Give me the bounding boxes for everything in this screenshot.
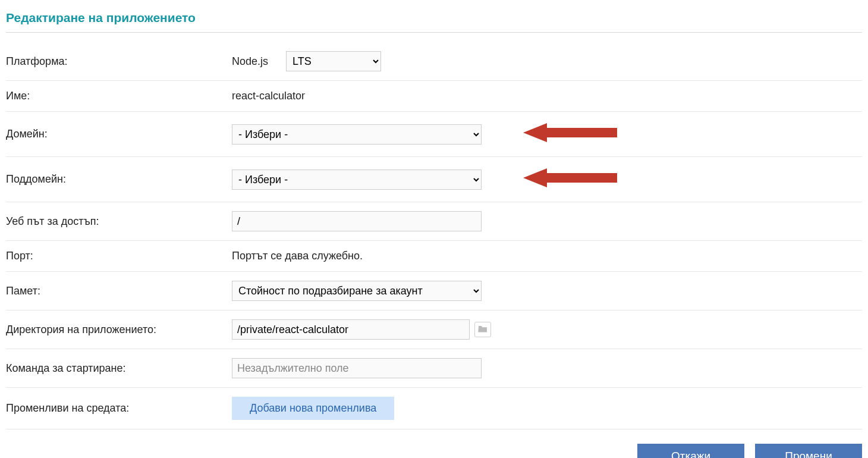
footer-actions: Откажи Промени [6,444,862,458]
page-title: Редактиране на приложението [6,6,862,33]
row-startcmd: Команда за стартиране: [6,349,862,388]
browse-folder-button[interactable] [474,322,491,337]
subdomain-select[interactable]: - Избери - [232,170,482,190]
platform-version-select[interactable]: LTS [286,51,381,71]
svg-marker-1 [523,168,617,187]
row-domain: Домейн: - Избери - [6,112,862,157]
memory-select[interactable]: Стойност по подразбиране за акаунт [232,281,482,301]
label-platform: Платформа: [6,55,232,68]
label-appdir: Директория на приложението: [6,324,232,336]
row-webpath: Уеб път за достъп: [6,202,862,241]
domain-select[interactable]: - Избери - [232,124,482,145]
row-subdomain: Поддомейн: - Избери - [6,157,862,202]
label-memory: Памет: [6,285,232,297]
appdir-input[interactable] [232,319,470,340]
app-name: react-calculator [232,90,305,102]
label-startcmd: Команда за стартиране: [6,362,232,375]
arrow-left-icon [523,121,618,148]
label-webpath: Уеб път за достъп: [6,215,232,228]
row-platform: Платформа: Node.js LTS [6,42,862,81]
submit-button[interactable]: Промени [755,444,862,458]
row-name: Име: react-calculator [6,81,862,112]
port-text: Портът се дава служебно. [232,250,363,262]
platform-name: Node.js [232,55,268,68]
label-subdomain: Поддомейн: [6,173,232,186]
cancel-button[interactable]: Откажи [637,444,744,458]
label-name: Име: [6,90,232,102]
row-port: Порт: Портът се дава служебно. [6,241,862,272]
arrow-left-icon [523,166,618,193]
label-port: Порт: [6,250,232,262]
folder-icon [477,325,488,335]
label-domain: Домейн: [6,128,232,140]
row-envvars: Променливи на средата: Добави нова проме… [6,388,862,429]
add-variable-button[interactable]: Добави нова променлива [232,397,394,420]
startcmd-input[interactable] [232,358,482,378]
row-memory: Памет: Стойност по подразбиране за акаун… [6,272,862,310]
svg-marker-0 [523,123,617,142]
row-appdir: Директория на приложението: [6,310,862,349]
label-envvars: Променливи на средата: [6,402,232,415]
webpath-input[interactable] [232,211,482,231]
